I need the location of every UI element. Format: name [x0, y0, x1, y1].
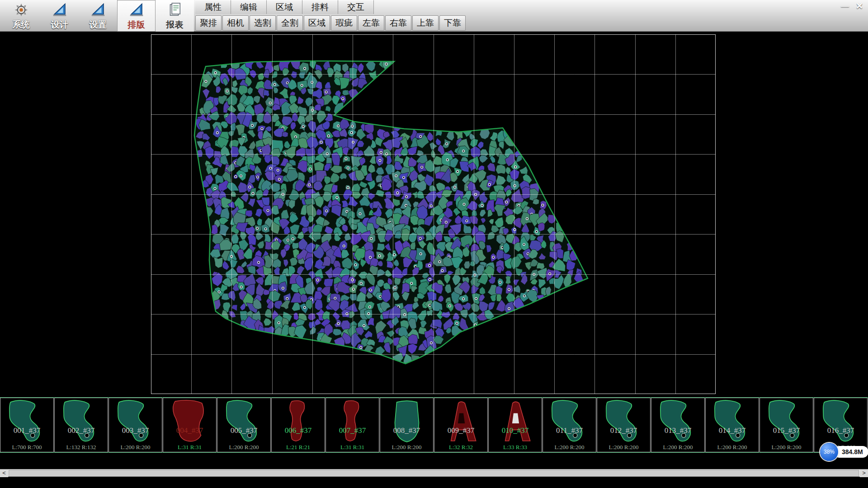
part-id: 014_#37 [706, 426, 759, 435]
toolbar-area: 系统 设计 设置 排版 报表 [0, 0, 868, 32]
part-meta: L:32 R:32 [434, 444, 487, 451]
part-shape-icon [58, 399, 104, 446]
tool-button[interactable]: 上靠 [412, 15, 439, 31]
part-shape-icon [221, 399, 267, 446]
part-thumbnail[interactable]: 015_#37 L:200 R:200 [760, 398, 813, 452]
progress-indicator: 38% [820, 443, 838, 461]
part-shape-icon [384, 399, 430, 446]
part-id: 004_#37 [163, 426, 216, 435]
part-thumbnail[interactable]: 001_#37 L:700 R:700 [0, 398, 54, 452]
part-shape-icon [275, 399, 321, 446]
part-meta: L:132 R:132 [55, 444, 108, 451]
tool-button[interactable]: 右靠 [385, 15, 411, 31]
part-thumbnail[interactable]: 014_#37 L:200 R:200 [705, 398, 759, 452]
app-tab[interactable]: 系统 [2, 0, 40, 32]
part-id: 008_#37 [380, 426, 433, 435]
tool-button[interactable]: 选割 [250, 15, 276, 31]
design-triangle-icon [51, 1, 69, 19]
app-tab-label: 设置 [90, 19, 107, 31]
part-meta: L:31 R:31 [163, 444, 216, 451]
part-shape-icon [709, 399, 755, 446]
part-meta: L:200 R:200 [760, 444, 813, 451]
app-tab-label: 系统 [13, 19, 30, 31]
part-thumbnail[interactable]: 006_#37 L:21 R:21 [271, 398, 325, 452]
part-shape-icon [601, 399, 647, 446]
part-id: 012_#37 [597, 426, 650, 435]
scroll-left-arrow[interactable]: < [0, 469, 8, 477]
part-shape-icon [113, 399, 159, 446]
app-tab-label: 排版 [128, 19, 145, 31]
part-thumbnail[interactable]: 008_#37 L:200 R:200 [380, 398, 434, 452]
part-meta: L:31 R:31 [326, 444, 379, 451]
part-thumbnail[interactable]: 009_#37 L:32 R:32 [434, 398, 488, 452]
part-thumbnail[interactable]: 013_#37 L:200 R:200 [651, 398, 705, 452]
part-id: 006_#37 [272, 426, 325, 435]
tool-button[interactable]: 下靠 [439, 15, 466, 31]
part-thumbnail[interactable]: 003_#37 L:200 R:200 [108, 398, 162, 452]
part-shape-icon [547, 399, 593, 446]
tool-button[interactable]: 区域 [304, 15, 330, 31]
part-meta: L:21 R:21 [272, 444, 325, 451]
part-thumbnail[interactable]: 012_#37 L:200 R:200 [597, 398, 651, 452]
part-id: 010_#37 [489, 426, 542, 435]
part-thumbnail[interactable]: 011_#37 L:200 R:200 [542, 398, 596, 452]
tool-button[interactable]: 全割 [277, 15, 303, 31]
app-tab[interactable]: 报表 [156, 0, 194, 32]
part-id: 015_#37 [760, 426, 813, 435]
part-shape-icon [764, 399, 810, 446]
part-shape-icon [492, 399, 538, 446]
app-tab[interactable]: 排版 [117, 0, 156, 32]
settings-triangle-icon [89, 1, 107, 19]
part-meta: L:200 R:200 [543, 444, 596, 451]
memory-value: 384.8M [834, 446, 868, 458]
part-id: 007_#37 [326, 426, 379, 435]
menu-item[interactable]: 区域 [267, 0, 302, 14]
close-button[interactable]: × [856, 1, 863, 11]
part-meta: L:700 R:700 [0, 444, 53, 451]
progress-value: 38% [824, 449, 835, 455]
part-id: 011_#37 [543, 426, 596, 435]
window-controls: — × [841, 1, 863, 11]
part-shape-icon [818, 399, 864, 446]
part-thumbnail[interactable]: 007_#37 L:31 R:31 [326, 398, 379, 452]
menu-item[interactable]: 排料 [302, 0, 338, 14]
tool-button[interactable]: 相机 [222, 15, 249, 31]
part-meta: L:200 R:200 [651, 444, 704, 451]
app-tab-label: 设计 [51, 19, 68, 31]
tool-bar: 聚排 相机 选割 全割 区域 瑕疵 左靠 右靠 上靠 下靠 [195, 14, 466, 32]
part-thumbnail[interactable]: 010_#37 L:33 R:33 [488, 398, 542, 452]
part-meta: L:200 R:200 [706, 444, 759, 451]
memory-status-badge: 38% 384.8M [820, 443, 868, 461]
part-shape-icon [167, 399, 213, 446]
menu-item[interactable]: 交互 [338, 0, 374, 14]
part-id: 009_#37 [434, 426, 487, 435]
minimize-button[interactable]: — [841, 1, 849, 11]
part-id: 002_#37 [55, 426, 108, 435]
tool-button[interactable]: 左靠 [358, 15, 384, 31]
horizontal-scrollbar[interactable]: < > [0, 469, 868, 477]
part-meta: L:200 R:200 [597, 444, 650, 451]
scroll-thumb[interactable] [9, 470, 859, 477]
menu-item[interactable]: 属性 [195, 0, 231, 14]
part-shape-icon [655, 399, 701, 446]
app-window: 系统 设计 设置 排版 报表 [0, 0, 868, 488]
menu-item[interactable]: 编辑 [231, 0, 267, 14]
scroll-right-arrow[interactable]: > [860, 469, 868, 477]
part-shape-icon [330, 399, 376, 446]
part-thumbnail[interactable]: 002_#37 L:132 R:132 [54, 398, 108, 452]
app-tab[interactable]: 设计 [40, 0, 79, 32]
workspace-area [0, 32, 868, 397]
part-thumbnail[interactable]: 005_#37 L:200 R:200 [217, 398, 271, 452]
app-tab[interactable]: 设置 [79, 0, 117, 32]
parts-strip: 001_#37 L:700 R:700 002_#37 L:132 R:132 … [0, 397, 868, 453]
part-meta: L:200 R:200 [109, 444, 162, 451]
part-shape-icon [4, 399, 50, 446]
part-id: 001_#37 [0, 426, 53, 435]
part-id: 013_#37 [651, 426, 704, 435]
part-id: 005_#37 [217, 426, 270, 435]
tool-button[interactable]: 聚排 [195, 15, 222, 31]
app-tab-bar: 系统 设计 设置 排版 报表 [2, 0, 194, 32]
tool-button[interactable]: 瑕疵 [331, 15, 357, 31]
part-thumbnail[interactable]: 004_#37 L:31 R:31 [163, 398, 217, 452]
nesting-canvas[interactable] [151, 34, 716, 394]
